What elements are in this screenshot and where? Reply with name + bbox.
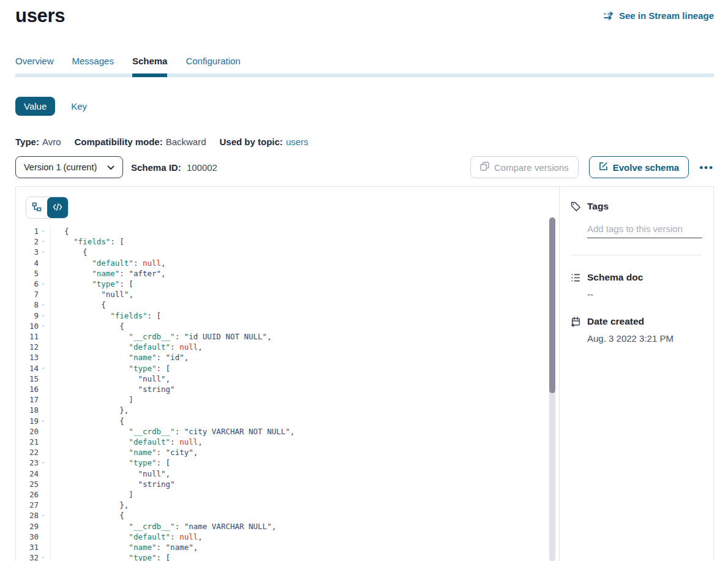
fold-toggle-icon[interactable]: ▾ bbox=[39, 510, 48, 521]
fold-gutter bbox=[39, 289, 48, 299]
version-select[interactable]: Version 1 (current) bbox=[15, 156, 123, 178]
stream-lineage-icon bbox=[603, 11, 615, 20]
topic-link[interactable]: users bbox=[286, 137, 309, 147]
line-number: 20 bbox=[16, 426, 39, 437]
value-tab-button[interactable]: Value bbox=[15, 97, 55, 116]
code-text: "default": null, bbox=[50, 532, 203, 542]
line-number: 1 bbox=[16, 226, 39, 236]
code-line: 31 "name": "name", bbox=[16, 542, 559, 552]
compatibility-value: Backward bbox=[166, 137, 206, 147]
fold-toggle-icon[interactable]: ▾ bbox=[39, 552, 48, 561]
fold-gutter bbox=[39, 384, 48, 394]
code-text: "fields": [ bbox=[50, 311, 161, 321]
code-text: { bbox=[50, 299, 106, 310]
key-tab-button[interactable]: Key bbox=[71, 101, 87, 111]
line-number: 28 bbox=[16, 510, 39, 521]
see-in-stream-lineage-link[interactable]: See in Stream lineage bbox=[603, 10, 714, 21]
fold-gutter bbox=[39, 479, 48, 489]
compatibility-label: Compatibility mode: bbox=[74, 137, 162, 147]
schema-sidebar: Tags Schema doc -- bbox=[560, 187, 713, 561]
code-text: "type": [ bbox=[50, 552, 170, 561]
editor-scrollbar-track[interactable] bbox=[549, 217, 555, 561]
code-line: 26 ] bbox=[16, 489, 559, 500]
code-text: }, bbox=[50, 500, 129, 510]
code-line: 30 "default": null, bbox=[16, 532, 559, 542]
version-toolbar: Version 1 (current) Schema ID: 100002 Co… bbox=[15, 156, 714, 178]
code-lines: 1▾{2▾ "fields": [3▾ {4 "default": null,5… bbox=[16, 226, 559, 561]
tab-schema[interactable]: Schema bbox=[132, 56, 168, 77]
tree-view-button[interactable] bbox=[26, 197, 47, 218]
code-line: 20 "__crdb__": "city VARCHAR NOT NULL", bbox=[16, 426, 559, 437]
compare-versions-label: Compare versions bbox=[494, 162, 569, 173]
line-number: 15 bbox=[16, 374, 39, 384]
fold-toggle-icon[interactable]: ▾ bbox=[39, 311, 48, 321]
more-actions-button[interactable]: ••• bbox=[699, 160, 714, 175]
code-line: 9▾ "fields": [ bbox=[16, 311, 559, 321]
code-text: "type": [ bbox=[50, 363, 170, 374]
line-number: 30 bbox=[16, 532, 39, 542]
fold-gutter bbox=[39, 447, 48, 457]
code-text: "__crdb__": "city VARCHAR NOT NULL", bbox=[50, 426, 295, 437]
code-line: 23▾ "type": [ bbox=[16, 457, 559, 468]
code-text: "null", bbox=[50, 469, 170, 479]
code-line: 17 ] bbox=[16, 394, 559, 405]
tab-configuration[interactable]: Configuration bbox=[186, 56, 240, 77]
fold-toggle-icon[interactable]: ▾ bbox=[39, 321, 48, 331]
code-line: 25 "string" bbox=[16, 479, 559, 489]
date-created-heading: Date created bbox=[587, 316, 644, 327]
code-text: { bbox=[50, 510, 124, 521]
tab-overview[interactable]: Overview bbox=[15, 56, 54, 77]
line-number: 4 bbox=[16, 258, 39, 268]
code-icon bbox=[53, 203, 62, 213]
fold-toggle-icon[interactable]: ▾ bbox=[39, 236, 48, 247]
code-line: 10▾ { bbox=[16, 321, 559, 331]
code-view-button[interactable] bbox=[47, 197, 68, 218]
schema-id-label: Schema ID: bbox=[131, 162, 181, 173]
fold-toggle-icon[interactable]: ▾ bbox=[39, 416, 48, 426]
hierarchy-icon bbox=[32, 202, 42, 214]
line-number: 32 bbox=[16, 552, 39, 561]
fold-gutter bbox=[39, 352, 48, 363]
page-title: users bbox=[15, 5, 65, 27]
fold-gutter bbox=[39, 532, 48, 542]
fold-toggle-icon[interactable]: ▾ bbox=[39, 457, 48, 468]
line-number: 11 bbox=[16, 331, 39, 342]
schema-editor: 1▾{2▾ "fields": [3▾ {4 "default": null,5… bbox=[16, 187, 560, 561]
add-tags-input[interactable] bbox=[587, 224, 702, 238]
code-text: "default": null, bbox=[50, 437, 203, 447]
line-number: 17 bbox=[16, 394, 39, 405]
fold-toggle-icon[interactable]: ▾ bbox=[39, 363, 48, 374]
fold-toggle-icon[interactable]: ▾ bbox=[39, 247, 48, 257]
editor-scrollbar-thumb[interactable] bbox=[549, 217, 555, 393]
line-number: 9 bbox=[16, 311, 39, 321]
fold-gutter bbox=[39, 489, 48, 500]
line-number: 26 bbox=[16, 489, 39, 500]
code-text: "name": "city", bbox=[50, 447, 198, 457]
version-select-value: Version 1 (current) bbox=[24, 162, 97, 172]
code-line: 18 }, bbox=[16, 405, 559, 415]
used-by-topic-label: Used by topic: bbox=[220, 137, 283, 147]
code-text: "name": "name", bbox=[50, 542, 198, 552]
line-number: 14 bbox=[16, 363, 39, 374]
code-text: "fields": [ bbox=[50, 236, 124, 247]
code-line: 12 "default": null, bbox=[16, 342, 559, 352]
line-number: 31 bbox=[16, 542, 39, 552]
tag-icon bbox=[571, 201, 581, 212]
fold-toggle-icon[interactable]: ▾ bbox=[39, 279, 48, 289]
line-number: 23 bbox=[16, 457, 39, 468]
fold-gutter bbox=[39, 394, 48, 405]
type-value: Avro bbox=[42, 137, 61, 147]
code-text: { bbox=[50, 416, 124, 426]
fold-toggle-icon[interactable]: ▾ bbox=[39, 299, 48, 310]
code-text: "name": "id", bbox=[50, 352, 189, 363]
code-line: 24 "null", bbox=[16, 469, 559, 479]
value-key-toggle: Value Key bbox=[15, 97, 714, 116]
fold-gutter bbox=[39, 542, 48, 552]
fold-toggle-icon[interactable]: ▾ bbox=[39, 226, 48, 236]
fold-gutter bbox=[39, 342, 48, 352]
fold-gutter bbox=[39, 469, 48, 479]
evolve-schema-button[interactable]: Evolve schema bbox=[589, 156, 689, 178]
compare-versions-button[interactable]: Compare versions bbox=[470, 156, 579, 178]
tab-messages[interactable]: Messages bbox=[72, 56, 114, 77]
line-number: 22 bbox=[16, 447, 39, 457]
